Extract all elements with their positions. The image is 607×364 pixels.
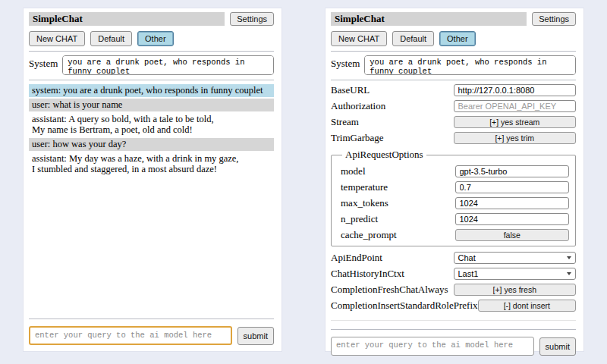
baseurl-input[interactable] <box>454 84 577 96</box>
api-request-options-legend: ApiRequestOptions <box>342 149 426 161</box>
setting-row-chathistoryinctxt: ChatHistoryInCtxtLast1 <box>331 268 576 280</box>
user-query-input[interactable] <box>331 337 534 356</box>
setting-row-authorization: Authorization <box>331 100 576 112</box>
setting-label-model: model <box>341 165 455 177</box>
setting-label-completioninsertstandardroleprefix: CompletionInsertStandardRolePrefix <box>331 300 478 312</box>
settings-button[interactable]: Settings <box>532 12 576 26</box>
apiendpoint-select[interactable]: Chat <box>454 252 577 264</box>
setting-label-max-tokens: max_tokens <box>341 197 455 209</box>
setting-row-completioninsertstandardroleprefix: CompletionInsertStandardRolePrefix[-] do… <box>331 300 576 312</box>
authorization-input[interactable] <box>454 100 577 112</box>
system-prompt-input[interactable]: you are a drunk poet, who responds in fu… <box>62 55 274 75</box>
system-label: System <box>29 55 58 70</box>
divider <box>331 320 576 321</box>
max-tokens-input[interactable] <box>455 197 570 209</box>
n-predict-input[interactable] <box>455 213 570 225</box>
chathistoryinctxt-selected-value: Last1 <box>458 269 479 278</box>
system-prompt-input[interactable]: you are a drunk poet, who responds in fu… <box>364 55 576 75</box>
temperature-input[interactable] <box>455 181 570 193</box>
setting-label-trimgarbage: TrimGarbage <box>331 132 454 144</box>
divider <box>29 51 274 52</box>
chathistoryinctxt-select[interactable]: Last1 <box>454 268 577 280</box>
trimgarbage-toggle-button[interactable]: [+] yes trim <box>454 132 577 144</box>
setting-label-baseurl: BaseURL <box>331 84 454 96</box>
system-prompt-row: System you are a drunk poet, who respond… <box>29 55 274 75</box>
setting-row-stream: Stream[+] yes stream <box>331 116 576 128</box>
session-button-new-chat[interactable]: New CHAT <box>29 31 85 46</box>
apiendpoint-selected-value: Chat <box>458 253 476 262</box>
session-button-row: New CHATDefaultOther <box>29 31 274 46</box>
session-button-default[interactable]: Default <box>392 31 434 46</box>
setting-row-n-predict: n_predict <box>341 213 569 225</box>
divider <box>29 80 274 80</box>
setting-row-max-tokens: max_tokens <box>341 197 569 209</box>
chat-message-assistant: assistant: A query so bold, with a tale … <box>29 113 274 136</box>
system-label: System <box>331 55 360 70</box>
submit-button[interactable]: submit <box>237 327 274 345</box>
chevron-down-icon <box>567 256 571 259</box>
chat-message-assistant: assistant: My day was a haze, with a dri… <box>29 152 274 176</box>
setting-row-temperature: temperature <box>341 181 569 193</box>
completioninsertstandardroleprefix-toggle-button[interactable]: [-] dont insert <box>478 300 576 312</box>
setting-row-baseurl: BaseURL <box>331 84 576 96</box>
setting-row-model: model <box>341 165 569 177</box>
setting-row-completionfreshchatalways: CompletionFreshChatAlways[+] yes fresh <box>331 284 576 296</box>
page-background: SimpleChat Settings New CHATDefaultOther… <box>0 0 607 364</box>
settings-list-fieldset: modeltemperaturemax_tokensn_predictcache… <box>341 165 569 241</box>
header: SimpleChat Settings <box>331 12 576 26</box>
chat-message-system: system: you are a drunk poet, who respon… <box>29 84 274 97</box>
divider <box>331 51 576 52</box>
chat-panel: SimpleChat Settings New CHATDefaultOther… <box>23 8 282 352</box>
system-prompt-row: System you are a drunk poet, who respond… <box>331 55 576 75</box>
spacer <box>29 177 274 314</box>
chevron-down-icon <box>567 272 571 275</box>
setting-label-temperature: temperature <box>341 181 455 193</box>
setting-row-cache-prompt: cache_promptfalse <box>341 229 569 241</box>
header: SimpleChat Settings <box>29 12 274 26</box>
stream-toggle-button[interactable]: [+] yes stream <box>454 116 577 128</box>
settings-list-top: BaseURLAuthorizationStream[+] yes stream… <box>331 84 576 148</box>
settings-list-bottom: ApiEndPointChatChatHistoryInCtxtLast1Com… <box>331 252 576 315</box>
user-input-row: submit <box>29 326 274 345</box>
settings-panel: SimpleChat Settings New CHATDefaultOther… <box>325 8 584 352</box>
completionfreshchatalways-toggle-button[interactable]: [+] yes fresh <box>454 284 577 296</box>
session-button-new-chat[interactable]: New CHAT <box>331 31 387 46</box>
setting-label-authorization: Authorization <box>331 100 454 112</box>
session-button-row: New CHATDefaultOther <box>331 31 576 46</box>
cache-prompt-toggle-button[interactable]: false <box>455 229 570 241</box>
submit-button[interactable]: submit <box>539 337 576 356</box>
divider <box>331 329 576 330</box>
setting-label-completionfreshchatalways: CompletionFreshChatAlways <box>331 284 454 296</box>
chat-log: system: you are a drunk poet, who respon… <box>29 84 274 177</box>
user-query-input[interactable] <box>29 326 232 345</box>
setting-label-stream: Stream <box>331 116 454 128</box>
settings-button[interactable]: Settings <box>230 12 274 26</box>
api-request-options-fieldset: ApiRequestOptions modeltemperaturemax_to… <box>331 149 576 246</box>
chat-message-user: user: what is your name <box>29 99 274 111</box>
divider <box>331 80 576 80</box>
divider <box>29 318 274 319</box>
session-button-default[interactable]: Default <box>90 31 132 46</box>
session-button-other[interactable]: Other <box>137 31 174 46</box>
app-title: SimpleChat <box>331 12 527 26</box>
setting-label-n-predict: n_predict <box>341 213 455 225</box>
setting-row-trimgarbage: TrimGarbage[+] yes trim <box>331 132 576 144</box>
chat-message-user: user: how was your day? <box>29 138 274 151</box>
model-input[interactable] <box>455 165 570 177</box>
setting-label-cache-prompt: cache_prompt <box>341 229 455 241</box>
session-button-other[interactable]: Other <box>439 31 476 46</box>
app-title: SimpleChat <box>29 12 225 26</box>
setting-row-apiendpoint: ApiEndPointChat <box>331 252 576 264</box>
setting-label-apiendpoint: ApiEndPoint <box>331 252 454 264</box>
user-input-row: submit <box>331 337 576 356</box>
setting-label-chathistoryinctxt: ChatHistoryInCtxt <box>331 268 454 280</box>
